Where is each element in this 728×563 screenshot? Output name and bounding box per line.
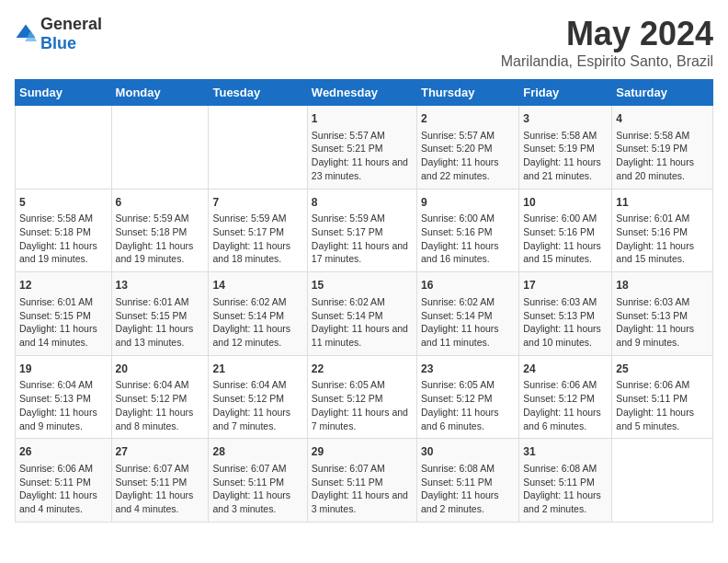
day-number: 31 (523, 444, 608, 460)
calendar-week-row: 12Sunrise: 6:01 AM Sunset: 5:15 PM Dayli… (16, 272, 713, 356)
calendar-cell (111, 106, 209, 190)
calendar-cell (16, 106, 112, 190)
day-info: Sunrise: 6:04 AM Sunset: 5:12 PM Dayligh… (212, 378, 302, 432)
calendar-cell: 14Sunrise: 6:02 AM Sunset: 5:14 PM Dayli… (209, 272, 307, 356)
day-info: Sunrise: 6:00 AM Sunset: 5:16 PM Dayligh… (523, 212, 608, 266)
day-number: 30 (421, 444, 515, 460)
day-info: Sunrise: 6:05 AM Sunset: 5:12 PM Dayligh… (421, 378, 515, 432)
header-day: Thursday (416, 80, 518, 106)
day-info: Sunrise: 6:01 AM Sunset: 5:15 PM Dayligh… (19, 295, 108, 350)
day-number: 1 (312, 111, 413, 127)
calendar-cell: 6Sunrise: 5:59 AM Sunset: 5:18 PM Daylig… (111, 189, 209, 272)
calendar-cell: 10Sunrise: 6:00 AM Sunset: 5:16 PM Dayli… (519, 189, 612, 272)
day-number: 2 (421, 111, 515, 127)
calendar-cell: 28Sunrise: 6:07 AM Sunset: 5:11 PM Dayli… (209, 439, 307, 523)
day-info: Sunrise: 6:05 AM Sunset: 5:12 PM Dayligh… (312, 378, 413, 432)
day-info: Sunrise: 6:07 AM Sunset: 5:11 PM Dayligh… (212, 462, 302, 516)
day-info: Sunrise: 6:08 AM Sunset: 5:11 PM Dayligh… (421, 462, 515, 516)
calendar-cell: 30Sunrise: 6:08 AM Sunset: 5:11 PM Dayli… (416, 439, 518, 523)
calendar-cell: 24Sunrise: 6:06 AM Sunset: 5:12 PM Dayli… (519, 355, 612, 439)
day-info: Sunrise: 6:02 AM Sunset: 5:14 PM Dayligh… (421, 295, 515, 350)
day-info: Sunrise: 6:06 AM Sunset: 5:11 PM Dayligh… (19, 462, 108, 516)
calendar-cell: 19Sunrise: 6:04 AM Sunset: 5:13 PM Dayli… (16, 355, 112, 439)
calendar-cell: 18Sunrise: 6:03 AM Sunset: 5:13 PM Dayli… (612, 272, 713, 356)
day-info: Sunrise: 6:06 AM Sunset: 5:12 PM Dayligh… (523, 378, 608, 432)
day-info: Sunrise: 5:59 AM Sunset: 5:17 PM Dayligh… (312, 212, 413, 266)
calendar-cell: 1Sunrise: 5:57 AM Sunset: 5:21 PM Daylig… (307, 106, 416, 190)
day-number: 6 (116, 195, 205, 211)
day-number: 11 (616, 195, 709, 211)
day-number: 17 (523, 278, 608, 293)
calendar-cell: 26Sunrise: 6:06 AM Sunset: 5:11 PM Dayli… (16, 439, 112, 523)
day-info: Sunrise: 5:59 AM Sunset: 5:18 PM Dayligh… (116, 212, 205, 266)
day-number: 7 (212, 195, 302, 211)
day-number: 3 (523, 111, 608, 127)
calendar-cell: 23Sunrise: 6:05 AM Sunset: 5:12 PM Dayli… (416, 355, 518, 439)
calendar-cell: 11Sunrise: 6:01 AM Sunset: 5:16 PM Dayli… (612, 189, 713, 272)
day-number: 26 (19, 444, 108, 460)
day-info: Sunrise: 5:58 AM Sunset: 5:18 PM Dayligh… (19, 212, 108, 266)
day-info: Sunrise: 6:08 AM Sunset: 5:11 PM Dayligh… (523, 462, 608, 516)
day-info: Sunrise: 6:02 AM Sunset: 5:14 PM Dayligh… (212, 295, 302, 350)
calendar-cell (612, 439, 713, 523)
calendar-cell: 13Sunrise: 6:01 AM Sunset: 5:15 PM Dayli… (111, 272, 209, 356)
calendar-cell: 17Sunrise: 6:03 AM Sunset: 5:13 PM Dayli… (519, 272, 612, 356)
day-info: Sunrise: 5:58 AM Sunset: 5:19 PM Dayligh… (616, 129, 709, 183)
day-info: Sunrise: 6:07 AM Sunset: 5:11 PM Dayligh… (312, 462, 413, 516)
day-number: 25 (616, 362, 709, 377)
day-number: 29 (312, 444, 413, 460)
calendar-cell: 3Sunrise: 5:58 AM Sunset: 5:19 PM Daylig… (519, 106, 612, 190)
day-info: Sunrise: 6:01 AM Sunset: 5:15 PM Dayligh… (116, 295, 205, 350)
header-day: Saturday (612, 80, 713, 106)
logo: General Blue (15, 15, 102, 53)
day-number: 14 (212, 278, 302, 293)
day-number: 9 (421, 195, 515, 211)
calendar-cell: 25Sunrise: 6:06 AM Sunset: 5:11 PM Dayli… (612, 355, 713, 439)
day-info: Sunrise: 5:59 AM Sunset: 5:17 PM Dayligh… (212, 212, 302, 266)
calendar-cell: 27Sunrise: 6:07 AM Sunset: 5:11 PM Dayli… (111, 439, 209, 523)
day-info: Sunrise: 6:03 AM Sunset: 5:13 PM Dayligh… (616, 295, 709, 350)
day-info: Sunrise: 6:01 AM Sunset: 5:16 PM Dayligh… (616, 212, 709, 266)
calendar-week-row: 5Sunrise: 5:58 AM Sunset: 5:18 PM Daylig… (16, 189, 713, 272)
day-number: 23 (421, 362, 515, 377)
calendar-cell: 5Sunrise: 5:58 AM Sunset: 5:18 PM Daylig… (16, 189, 112, 272)
logo-general: General (40, 15, 102, 33)
day-number: 12 (19, 278, 108, 293)
day-number: 28 (212, 444, 302, 460)
title-area: May 2024 Marilandia, Espirito Santo, Bra… (501, 15, 713, 70)
day-number: 24 (523, 362, 608, 377)
calendar-cell: 2Sunrise: 5:57 AM Sunset: 5:20 PM Daylig… (416, 106, 518, 190)
day-number: 13 (116, 278, 205, 293)
calendar-cell: 12Sunrise: 6:01 AM Sunset: 5:15 PM Dayli… (16, 272, 112, 356)
day-info: Sunrise: 6:04 AM Sunset: 5:12 PM Dayligh… (116, 378, 205, 432)
calendar-table: SundayMondayTuesdayWednesdayThursdayFrid… (15, 79, 713, 523)
header-day: Tuesday (209, 80, 307, 106)
header-day: Sunday (16, 80, 112, 106)
calendar-cell: 16Sunrise: 6:02 AM Sunset: 5:14 PM Dayli… (416, 272, 518, 356)
day-info: Sunrise: 5:57 AM Sunset: 5:21 PM Dayligh… (312, 129, 413, 183)
calendar-cell: 15Sunrise: 6:02 AM Sunset: 5:14 PM Dayli… (307, 272, 416, 356)
calendar-cell: 7Sunrise: 5:59 AM Sunset: 5:17 PM Daylig… (209, 189, 307, 272)
calendar-cell: 4Sunrise: 5:58 AM Sunset: 5:19 PM Daylig… (612, 106, 713, 190)
day-number: 8 (312, 195, 413, 211)
header-day: Wednesday (307, 80, 416, 106)
header-day: Friday (519, 80, 612, 106)
calendar-week-row: 1Sunrise: 5:57 AM Sunset: 5:21 PM Daylig… (16, 106, 713, 190)
day-number: 16 (421, 278, 515, 293)
day-number: 4 (616, 111, 709, 127)
calendar-cell: 20Sunrise: 6:04 AM Sunset: 5:12 PM Dayli… (111, 355, 209, 439)
header-row: SundayMondayTuesdayWednesdayThursdayFrid… (16, 80, 713, 106)
day-number: 20 (116, 362, 205, 377)
day-number: 18 (616, 278, 709, 293)
calendar-cell: 31Sunrise: 6:08 AM Sunset: 5:11 PM Dayli… (519, 439, 612, 523)
day-info: Sunrise: 6:02 AM Sunset: 5:14 PM Dayligh… (312, 295, 413, 350)
day-info: Sunrise: 5:58 AM Sunset: 5:19 PM Dayligh… (523, 129, 608, 183)
day-number: 21 (212, 362, 302, 377)
calendar-cell: 8Sunrise: 5:59 AM Sunset: 5:17 PM Daylig… (307, 189, 416, 272)
calendar-cell (209, 106, 307, 190)
day-info: Sunrise: 6:04 AM Sunset: 5:13 PM Dayligh… (19, 378, 108, 432)
day-number: 27 (116, 444, 205, 460)
logo-icon (15, 23, 37, 45)
day-number: 22 (312, 362, 413, 377)
day-info: Sunrise: 6:00 AM Sunset: 5:16 PM Dayligh… (421, 212, 515, 266)
